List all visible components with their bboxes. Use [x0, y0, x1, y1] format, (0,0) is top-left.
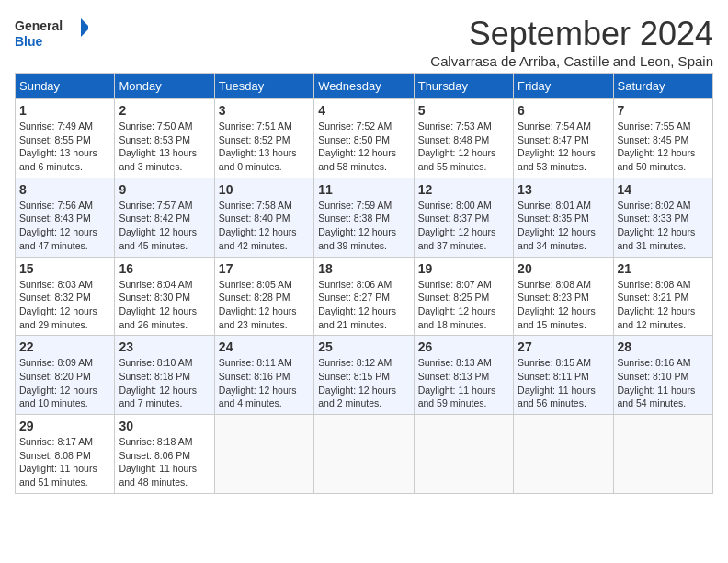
- svg-marker-2: [81, 18, 88, 37]
- calendar-cell: 21Sunrise: 8:08 AM Sunset: 8:21 PM Dayli…: [613, 257, 712, 336]
- calendar-cell: 23Sunrise: 8:10 AM Sunset: 8:18 PM Dayli…: [115, 336, 214, 415]
- calendar-cell: 24Sunrise: 8:11 AM Sunset: 8:16 PM Dayli…: [214, 336, 313, 415]
- day-number: 21: [618, 261, 709, 276]
- day-info: Sunrise: 8:11 AM Sunset: 8:16 PM Dayligh…: [219, 356, 310, 410]
- weekday-header-saturday: Saturday: [613, 74, 712, 99]
- day-info: Sunrise: 8:05 AM Sunset: 8:28 PM Dayligh…: [219, 278, 310, 332]
- day-info: Sunrise: 8:15 AM Sunset: 8:11 PM Dayligh…: [518, 356, 609, 410]
- day-number: 7: [618, 103, 709, 118]
- day-info: Sunrise: 7:50 AM Sunset: 8:53 PM Dayligh…: [119, 120, 210, 174]
- weekday-header-friday: Friday: [514, 74, 613, 99]
- day-info: Sunrise: 8:07 AM Sunset: 8:25 PM Dayligh…: [418, 278, 509, 332]
- day-number: 17: [219, 261, 310, 276]
- day-number: 14: [618, 182, 709, 197]
- day-number: 20: [518, 261, 609, 276]
- day-number: 22: [19, 339, 110, 354]
- calendar-cell: 19Sunrise: 8:07 AM Sunset: 8:25 PM Dayli…: [414, 257, 513, 336]
- day-info: Sunrise: 8:13 AM Sunset: 8:13 PM Dayligh…: [418, 356, 509, 410]
- day-info: Sunrise: 8:12 AM Sunset: 8:15 PM Dayligh…: [318, 356, 409, 410]
- day-number: 8: [19, 182, 110, 197]
- day-info: Sunrise: 7:56 AM Sunset: 8:43 PM Dayligh…: [19, 199, 110, 253]
- day-number: 18: [318, 261, 409, 276]
- calendar-week-row: 22Sunrise: 8:09 AM Sunset: 8:20 PM Dayli…: [16, 336, 713, 415]
- calendar-cell: 27Sunrise: 8:15 AM Sunset: 8:11 PM Dayli…: [514, 336, 613, 415]
- calendar-cell: 30Sunrise: 8:18 AM Sunset: 8:06 PM Dayli…: [115, 415, 214, 494]
- calendar-cell: 25Sunrise: 8:12 AM Sunset: 8:15 PM Dayli…: [314, 336, 414, 415]
- day-info: Sunrise: 8:01 AM Sunset: 8:35 PM Dayligh…: [518, 199, 609, 253]
- day-number: 19: [418, 261, 509, 276]
- day-number: 13: [518, 182, 609, 197]
- day-number: 2: [119, 103, 210, 118]
- calendar-cell: 7Sunrise: 7:55 AM Sunset: 8:45 PM Daylig…: [613, 99, 712, 178]
- calendar-cell: 3Sunrise: 7:51 AM Sunset: 8:52 PM Daylig…: [214, 99, 313, 178]
- day-number: 6: [518, 103, 609, 118]
- calendar-cell: 14Sunrise: 8:02 AM Sunset: 8:33 PM Dayli…: [613, 178, 712, 257]
- day-info: Sunrise: 8:18 AM Sunset: 8:06 PM Dayligh…: [119, 435, 210, 489]
- day-info: Sunrise: 8:16 AM Sunset: 8:10 PM Dayligh…: [618, 356, 709, 410]
- month-title: September 2024: [430, 15, 713, 53]
- day-number: 26: [418, 339, 509, 354]
- day-number: 28: [618, 339, 709, 354]
- logo: General Blue: [15, 15, 88, 52]
- calendar-cell: 5Sunrise: 7:53 AM Sunset: 8:48 PM Daylig…: [414, 99, 513, 178]
- day-info: Sunrise: 7:54 AM Sunset: 8:47 PM Dayligh…: [518, 120, 609, 174]
- day-info: Sunrise: 7:58 AM Sunset: 8:40 PM Dayligh…: [219, 199, 310, 253]
- title-area: September 2024 Calvarrasa de Arriba, Cas…: [430, 15, 713, 69]
- calendar-week-row: 15Sunrise: 8:03 AM Sunset: 8:32 PM Dayli…: [16, 257, 713, 336]
- calendar-week-row: 1Sunrise: 7:49 AM Sunset: 8:55 PM Daylig…: [16, 99, 713, 178]
- day-number: 27: [518, 339, 609, 354]
- calendar-cell: 4Sunrise: 7:52 AM Sunset: 8:50 PM Daylig…: [314, 99, 414, 178]
- calendar-cell: 12Sunrise: 8:00 AM Sunset: 8:37 PM Dayli…: [414, 178, 513, 257]
- calendar-cell: [514, 415, 613, 494]
- day-info: Sunrise: 7:51 AM Sunset: 8:52 PM Dayligh…: [219, 120, 310, 174]
- calendar-cell: 10Sunrise: 7:58 AM Sunset: 8:40 PM Dayli…: [214, 178, 313, 257]
- day-number: 1: [19, 103, 110, 118]
- calendar-cell: 29Sunrise: 8:17 AM Sunset: 8:08 PM Dayli…: [16, 415, 115, 494]
- calendar-cell: 15Sunrise: 8:03 AM Sunset: 8:32 PM Dayli…: [16, 257, 115, 336]
- day-info: Sunrise: 8:06 AM Sunset: 8:27 PM Dayligh…: [318, 278, 409, 332]
- day-number: 10: [219, 182, 310, 197]
- day-info: Sunrise: 7:57 AM Sunset: 8:42 PM Dayligh…: [119, 199, 210, 253]
- day-number: 5: [418, 103, 509, 118]
- svg-text:General: General: [15, 18, 63, 33]
- calendar-cell: 28Sunrise: 8:16 AM Sunset: 8:10 PM Dayli…: [613, 336, 712, 415]
- day-number: 3: [219, 103, 310, 118]
- calendar-cell: 1Sunrise: 7:49 AM Sunset: 8:55 PM Daylig…: [16, 99, 115, 178]
- svg-text:Blue: Blue: [15, 34, 43, 49]
- day-info: Sunrise: 8:02 AM Sunset: 8:33 PM Dayligh…: [618, 199, 709, 253]
- day-info: Sunrise: 8:08 AM Sunset: 8:21 PM Dayligh…: [618, 278, 709, 332]
- calendar-cell: 17Sunrise: 8:05 AM Sunset: 8:28 PM Dayli…: [214, 257, 313, 336]
- day-number: 15: [19, 261, 110, 276]
- calendar-cell: 26Sunrise: 8:13 AM Sunset: 8:13 PM Dayli…: [414, 336, 513, 415]
- day-number: 9: [119, 182, 210, 197]
- day-info: Sunrise: 7:49 AM Sunset: 8:55 PM Dayligh…: [19, 120, 110, 174]
- day-number: 30: [119, 419, 210, 433]
- weekday-header-monday: Monday: [115, 74, 214, 99]
- calendar-week-row: 8Sunrise: 7:56 AM Sunset: 8:43 PM Daylig…: [16, 178, 713, 257]
- day-info: Sunrise: 8:03 AM Sunset: 8:32 PM Dayligh…: [19, 278, 110, 332]
- day-number: 16: [119, 261, 210, 276]
- page-header: General Blue September 2024 Calvarrasa d…: [15, 15, 713, 69]
- weekday-header-sunday: Sunday: [16, 74, 115, 99]
- calendar-cell: [214, 415, 313, 494]
- logo-svg: General Blue: [15, 15, 88, 52]
- day-number: 12: [418, 182, 509, 197]
- day-info: Sunrise: 8:08 AM Sunset: 8:23 PM Dayligh…: [518, 278, 609, 332]
- calendar-cell: 22Sunrise: 8:09 AM Sunset: 8:20 PM Dayli…: [16, 336, 115, 415]
- calendar-cell: 18Sunrise: 8:06 AM Sunset: 8:27 PM Dayli…: [314, 257, 414, 336]
- calendar-cell: 9Sunrise: 7:57 AM Sunset: 8:42 PM Daylig…: [115, 178, 214, 257]
- day-number: 23: [119, 339, 210, 354]
- weekday-header-row: SundayMondayTuesdayWednesdayThursdayFrid…: [16, 74, 713, 99]
- day-info: Sunrise: 7:53 AM Sunset: 8:48 PM Dayligh…: [418, 120, 509, 174]
- calendar-cell: 6Sunrise: 7:54 AM Sunset: 8:47 PM Daylig…: [514, 99, 613, 178]
- calendar-table: SundayMondayTuesdayWednesdayThursdayFrid…: [15, 73, 713, 494]
- calendar-week-row: 29Sunrise: 8:17 AM Sunset: 8:08 PM Dayli…: [16, 415, 713, 494]
- calendar-cell: 20Sunrise: 8:08 AM Sunset: 8:23 PM Dayli…: [514, 257, 613, 336]
- calendar-cell: 8Sunrise: 7:56 AM Sunset: 8:43 PM Daylig…: [16, 178, 115, 257]
- day-info: Sunrise: 8:17 AM Sunset: 8:08 PM Dayligh…: [19, 435, 110, 489]
- calendar-cell: [314, 415, 414, 494]
- calendar-cell: 13Sunrise: 8:01 AM Sunset: 8:35 PM Dayli…: [514, 178, 613, 257]
- day-number: 11: [318, 182, 409, 197]
- day-number: 25: [318, 339, 409, 354]
- calendar-cell: [613, 415, 712, 494]
